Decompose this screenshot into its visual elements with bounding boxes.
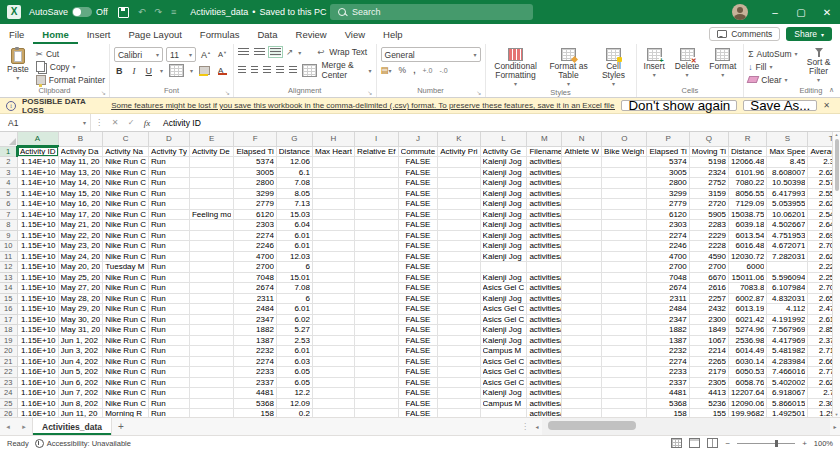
cell-Q17[interactable]: 2300 xyxy=(689,314,728,325)
column-header-P[interactable]: P xyxy=(647,132,689,146)
row-header-17[interactable]: 17 xyxy=(0,314,17,325)
cell-E12[interactable] xyxy=(189,262,234,273)
align-top-icon[interactable] xyxy=(238,48,249,56)
cell-K20[interactable] xyxy=(438,346,480,357)
cell-A19[interactable]: 1.15E+10 xyxy=(17,335,58,346)
cell-I22[interactable] xyxy=(354,367,398,378)
cell-S18[interactable]: 7.567969 xyxy=(767,325,808,336)
cut-button[interactable]: ✂Cut xyxy=(36,47,105,60)
cell-Q11[interactable]: 4590 xyxy=(689,251,728,262)
autosum-button[interactable]: ΣAutoSum▾ xyxy=(748,47,797,60)
cell-E19[interactable] xyxy=(189,335,234,346)
cell-R14[interactable]: 7083.8 xyxy=(729,283,767,294)
row-header-18[interactable]: 18 xyxy=(0,325,17,336)
cell-R16[interactable]: 6013.19 xyxy=(729,304,767,315)
cell-K23[interactable] xyxy=(438,377,480,388)
cell-N14[interactable] xyxy=(562,283,602,294)
cell-M2[interactable]: activities/12162876224.fit.gz xyxy=(527,157,562,168)
cell-H19[interactable] xyxy=(312,335,354,346)
cell-E23[interactable] xyxy=(189,377,234,388)
next-sheet-icon[interactable]: ▸ xyxy=(16,418,32,435)
insert-function-icon[interactable]: fx xyxy=(139,118,155,128)
cell-E13[interactable] xyxy=(189,272,234,283)
comma-style-icon[interactable]: , xyxy=(413,65,415,75)
cell-I24[interactable] xyxy=(354,388,398,399)
cell-Q8[interactable]: 2283 xyxy=(689,220,728,231)
cell-N7[interactable] xyxy=(562,209,602,220)
cell-K19[interactable] xyxy=(438,335,480,346)
maximize-button[interactable]: ▢ xyxy=(788,0,814,24)
cell-F22[interactable]: 2233 xyxy=(234,367,276,378)
cell-B9[interactable]: May 22, 20 xyxy=(58,230,103,241)
wrap-text-button[interactable]: Wrap Text xyxy=(329,47,367,57)
cell-F16[interactable]: 2484 xyxy=(234,304,276,315)
cell-R25[interactable]: 12090.06 xyxy=(729,398,767,409)
cell-I10[interactable] xyxy=(354,241,398,252)
cell-R2[interactable]: 12066.48 xyxy=(729,157,767,168)
cell-Q13[interactable]: 6670 xyxy=(689,272,728,283)
cell-G24[interactable]: 12.2 xyxy=(276,388,312,399)
cell-B4[interactable]: May 14, 20 xyxy=(58,178,103,189)
cell-J10[interactable]: FALSE xyxy=(398,241,438,252)
page-break-view-icon[interactable] xyxy=(707,438,718,448)
cell-C21[interactable]: Nike Run C xyxy=(103,356,149,367)
cell-S1[interactable]: Max Spee xyxy=(767,146,808,157)
zoom-in-icon[interactable]: + xyxy=(802,439,807,448)
scroll-up-icon[interactable]: ▲ xyxy=(835,132,839,137)
cell-E6[interactable] xyxy=(189,199,234,210)
column-header-E[interactable]: E xyxy=(189,132,234,146)
cell-B11[interactable]: May 24, 20 xyxy=(58,251,103,262)
cell-D4[interactable]: Run xyxy=(149,178,190,189)
cell-P10[interactable]: 2246 xyxy=(647,241,689,252)
cell-P25[interactable]: 5368 xyxy=(647,398,689,409)
cell-E8[interactable] xyxy=(189,220,234,231)
cell-E1[interactable]: Activity De xyxy=(189,146,234,157)
cell-Q15[interactable]: 2257 xyxy=(689,293,728,304)
cell-H18[interactable] xyxy=(312,325,354,336)
cell-L11[interactable]: Kalenji Jog xyxy=(480,251,527,262)
cell-N24[interactable] xyxy=(562,388,602,399)
cell-A17[interactable]: 1.15E+10 xyxy=(17,314,58,325)
cell-R23[interactable]: 6058.76 xyxy=(729,377,767,388)
save-icon[interactable] xyxy=(118,7,129,18)
cell-R24[interactable]: 12207.64 xyxy=(729,388,767,399)
cell-O22[interactable] xyxy=(602,367,647,378)
column-header-A[interactable]: A xyxy=(17,132,58,146)
cell-O13[interactable] xyxy=(602,272,647,283)
row-header-10[interactable]: 10 xyxy=(0,241,17,252)
cell-G19[interactable]: 2.53 xyxy=(276,335,312,346)
cell-O14[interactable] xyxy=(602,283,647,294)
cell-K15[interactable] xyxy=(438,293,480,304)
cell-O26[interactable] xyxy=(602,409,647,418)
cell-O6[interactable] xyxy=(602,199,647,210)
cell-S12[interactable] xyxy=(767,262,808,273)
enter-entry-icon[interactable]: ✓ xyxy=(123,118,139,127)
cell-C2[interactable]: Nike Run C xyxy=(103,157,149,168)
cell-A11[interactable]: 1.15E+10 xyxy=(17,251,58,262)
row-header-20[interactable]: 20 xyxy=(0,346,17,357)
cell-K4[interactable] xyxy=(438,178,480,189)
cell-B20[interactable]: Jun 3, 202 xyxy=(58,346,103,357)
cell-J16[interactable]: FALSE xyxy=(398,304,438,315)
cell-K13[interactable] xyxy=(438,272,480,283)
cell-N13[interactable] xyxy=(562,272,602,283)
cell-B16[interactable]: May 29, 20 xyxy=(58,304,103,315)
cell-L18[interactable]: Kalenji Jog xyxy=(480,325,527,336)
cell-E22[interactable] xyxy=(189,367,234,378)
cell-A8[interactable]: 1.15E+10 xyxy=(17,220,58,231)
cell-N1[interactable]: Athlete W xyxy=(562,146,602,157)
cell-S11[interactable]: 7.282031 xyxy=(767,251,808,262)
warning-message-link[interactable]: Some features might be lost if you save … xyxy=(111,101,615,110)
cell-H20[interactable] xyxy=(312,346,354,357)
cell-Q20[interactable]: 2214 xyxy=(689,346,728,357)
comments-button[interactable]: Comments xyxy=(709,27,780,41)
cell-N25[interactable] xyxy=(562,398,602,409)
cell-N17[interactable] xyxy=(562,314,602,325)
cell-J12[interactable]: FALSE xyxy=(398,262,438,273)
cell-J23[interactable]: FALSE xyxy=(398,377,438,388)
cell-B24[interactable]: Jun 7, 202 xyxy=(58,388,103,399)
cell-I17[interactable] xyxy=(354,314,398,325)
cell-G9[interactable]: 6.01 xyxy=(276,230,312,241)
cell-P19[interactable]: 1387 xyxy=(647,335,689,346)
cell-E9[interactable] xyxy=(189,230,234,241)
